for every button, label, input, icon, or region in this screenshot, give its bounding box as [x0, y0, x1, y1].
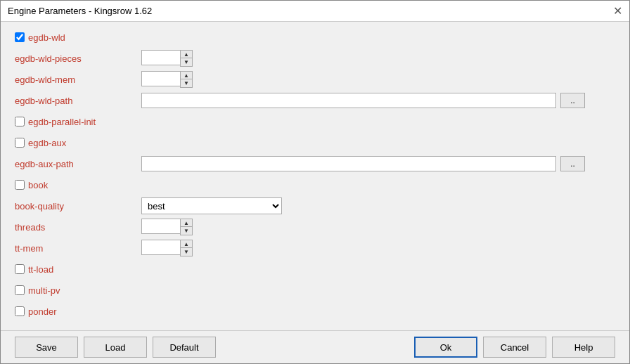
egdb-aux-path-label: egdb-aux-path — [15, 159, 141, 169]
title-bar: Engine Parameters - Kingsrow 1.62 ✕ — [1, 1, 629, 22]
default-button[interactable]: Default — [153, 337, 216, 358]
egdb-wld-path-row: egdb-wld-path C:\Users\klaas\Documents\T… — [15, 92, 615, 109]
threads-row: threads 1 ▲ ▼ — [15, 219, 615, 235]
tt-mem-spinbox: 256 ▲ ▼ — [141, 240, 193, 256]
threads-spin-up[interactable]: ▲ — [181, 219, 192, 227]
tt-mem-input[interactable]: 256 — [141, 240, 180, 255]
egdb-wld-mem-spinbox: 128 ▲ ▼ — [141, 71, 193, 88]
multi-pv-row: multi-pv — [15, 282, 615, 299]
egdb-aux-path-input[interactable] — [141, 156, 556, 171]
book-quality-select[interactable]: best normal fast — [141, 197, 282, 214]
egdb-wld-path-browse-button[interactable]: .. — [560, 93, 585, 108]
egdb-aux-checkbox[interactable] — [15, 138, 25, 148]
egdb-parallel-init-checkbox-label[interactable]: egdb-parallel-init — [15, 117, 96, 127]
egdb-aux-label: egdb-aux — [28, 138, 66, 148]
egdb-wld-path-label: egdb-wld-path — [15, 96, 141, 106]
load-button[interactable]: Load — [84, 337, 147, 358]
egdb-parallel-init-label: egdb-parallel-init — [28, 117, 96, 127]
egdb-wld-mem-input[interactable]: 128 — [141, 71, 180, 86]
tt-load-checkbox-label[interactable]: tt-load — [15, 264, 53, 275]
egdb-wld-path-input-row: C:\Users\klaas\Documents\Turbo Dambase\E… — [141, 93, 585, 108]
threads-label: threads — [15, 222, 141, 233]
egdb-wld-pieces-spin-down[interactable]: ▼ — [181, 58, 192, 66]
egdb-wld-mem-spin-up[interactable]: ▲ — [181, 72, 192, 79]
egdb-parallel-init-checkbox[interactable] — [15, 117, 25, 126]
egdb-aux-checkbox-label[interactable]: egdb-aux — [15, 138, 66, 148]
tt-load-row: tt-load — [15, 261, 615, 278]
tt-mem-label: tt-mem — [15, 243, 141, 254]
footer: Save Load Default Ok Cancel Help — [1, 330, 629, 363]
ponder-label: ponder — [28, 306, 56, 317]
egdb-parallel-init-row: egdb-parallel-init — [15, 113, 615, 130]
window-title: Engine Parameters - Kingsrow 1.62 — [8, 6, 152, 16]
tt-mem-spin-down[interactable]: ▼ — [181, 248, 192, 256]
window: Engine Parameters - Kingsrow 1.62 ✕ egdb… — [0, 0, 630, 364]
ok-button[interactable]: Ok — [414, 337, 477, 358]
tt-load-checkbox[interactable] — [15, 264, 25, 274]
egdb-wld-mem-label: egdb-wld-mem — [15, 74, 141, 85]
tt-load-label: tt-load — [28, 264, 53, 275]
multi-pv-checkbox-label[interactable]: multi-pv — [15, 285, 60, 296]
egdb-wld-mem-row: egdb-wld-mem 128 ▲ ▼ — [15, 71, 615, 88]
egdb-wld-mem-spin-down[interactable]: ▼ — [181, 79, 192, 87]
tt-mem-spin-buttons: ▲ ▼ — [180, 240, 193, 256]
book-quality-row: book-quality best normal fast — [15, 197, 615, 214]
egdb-wld-mem-spin-buttons: ▲ ▼ — [180, 71, 193, 88]
multi-pv-checkbox[interactable] — [15, 285, 25, 295]
egdb-wld-pieces-spinbox: 6 ▲ ▼ — [141, 50, 193, 67]
egdb-wld-row: egdb-wld — [15, 29, 615, 46]
egdb-aux-path-browse-button[interactable]: .. — [560, 156, 585, 171]
egdb-wld-pieces-spin-buttons: ▲ ▼ — [180, 50, 193, 67]
egdb-aux-row: egdb-aux — [15, 134, 615, 151]
egdb-wld-path-input[interactable]: C:\Users\klaas\Documents\Turbo Dambase\E… — [141, 93, 556, 108]
book-label: book — [28, 180, 48, 190]
book-checkbox-label[interactable]: book — [15, 180, 48, 190]
content-area: egdb-wld egdb-wld-pieces 6 ▲ ▼ egdb-wld-… — [1, 22, 629, 330]
egdb-aux-path-input-row: .. — [141, 156, 585, 171]
multi-pv-label: multi-pv — [28, 285, 60, 296]
help-button[interactable]: Help — [552, 337, 615, 358]
egdb-wld-pieces-label: egdb-wld-pieces — [15, 53, 141, 64]
egdb-wld-pieces-row: egdb-wld-pieces 6 ▲ ▼ — [15, 50, 615, 67]
egdb-wld-checkbox-label[interactable]: egdb-wld — [15, 32, 65, 43]
close-button[interactable]: ✕ — [613, 6, 622, 17]
egdb-wld-pieces-input[interactable]: 6 — [141, 50, 180, 65]
egdb-aux-path-row: egdb-aux-path .. — [15, 155, 615, 172]
ponder-checkbox-label[interactable]: ponder — [15, 306, 56, 317]
threads-spin-buttons: ▲ ▼ — [180, 219, 193, 235]
save-button[interactable]: Save — [15, 337, 78, 358]
book-row: book — [15, 176, 615, 193]
threads-input[interactable]: 1 — [141, 219, 180, 234]
tt-mem-spin-up[interactable]: ▲ — [181, 240, 192, 248]
threads-spin-down[interactable]: ▼ — [181, 227, 192, 235]
ponder-checkbox[interactable] — [15, 306, 25, 316]
threads-spinbox: 1 ▲ ▼ — [141, 219, 193, 235]
egdb-wld-label: egdb-wld — [28, 32, 65, 43]
egdb-wld-pieces-spin-up[interactable]: ▲ — [181, 51, 192, 58]
cancel-button[interactable]: Cancel — [483, 337, 546, 358]
tt-mem-row: tt-mem 256 ▲ ▼ — [15, 240, 615, 256]
book-checkbox[interactable] — [15, 180, 25, 190]
book-quality-label: book-quality — [15, 201, 141, 212]
ponder-row: ponder — [15, 303, 615, 320]
egdb-wld-checkbox[interactable] — [15, 32, 25, 42]
